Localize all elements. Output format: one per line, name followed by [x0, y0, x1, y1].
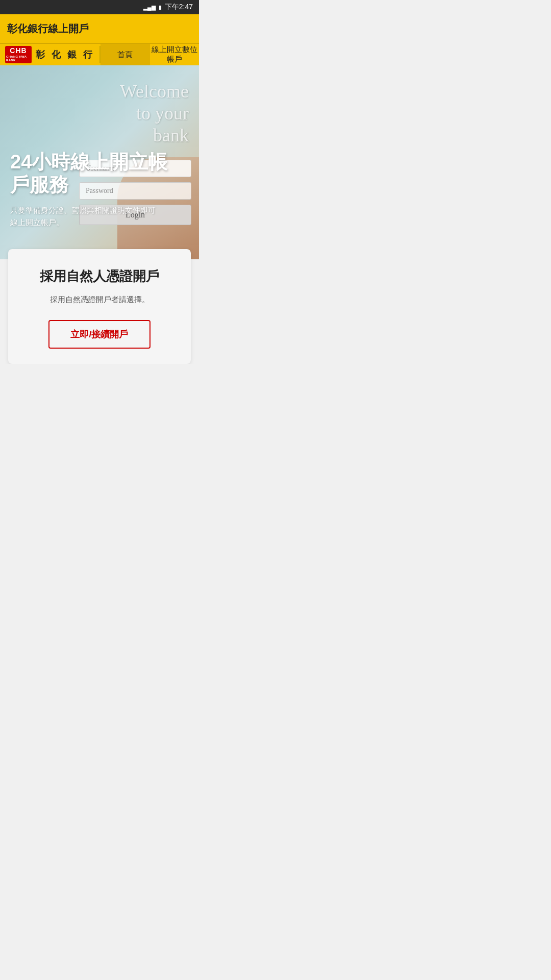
hero-subtitle: 只要準備身分證、駕照與相關證明文件即可線上開立帳戶。 — [10, 204, 189, 229]
hero-title: 24小時線上開立帳 戶服務 — [10, 151, 189, 197]
card-title: 採用自然人憑證開戶 — [20, 267, 179, 285]
hero-welcome-text: Welcometo yourbank — [120, 81, 189, 147]
signal-icon: ▂▄▆ — [143, 4, 156, 11]
battery-icon: ▮ — [159, 4, 162, 11]
nav-open-account[interactable]: 線上開立數位帳戶 — [150, 44, 199, 65]
bank-name: 彰 化 銀 行 — [36, 48, 94, 61]
nav-logo: CHB CHANG HWA BANK 彰 化 銀 行 — [0, 44, 99, 65]
card-section: 採用自然人憑證開戶 採用自然憑證開戶者請選擇。 立即/接續開戶 — [8, 249, 191, 364]
app-bar: 彰化銀行線上開戶 — [0, 14, 199, 43]
nav-links: 首頁 線上開立數位帳戶 — [101, 44, 199, 65]
open-account-button[interactable]: 立即/接續開戶 — [48, 320, 151, 349]
hero-content: 24小時線上開立帳 戶服務 只要準備身分證、駕照與相關證明文件即可線上開立帳戶。 — [10, 151, 189, 229]
app-bar-title: 彰化銀行線上開戶 — [7, 22, 89, 36]
app-bar-icons — [184, 24, 192, 33]
status-time: 下午2:47 — [165, 3, 193, 12]
status-bar: ▂▄▆ ▮ 下午2:47 — [0, 0, 199, 14]
chb-logo: CHB CHANG HWA BANK — [5, 46, 32, 63]
nav-bar: CHB CHANG HWA BANK 彰 化 銀 行 首頁 線上開立數位帳戶 — [0, 43, 199, 65]
hero-section: Welcometo yourbank Username Password Log… — [0, 65, 199, 259]
nav-home[interactable]: 首頁 — [101, 44, 150, 65]
card-desc: 採用自然憑證開戶者請選擇。 — [20, 293, 179, 306]
